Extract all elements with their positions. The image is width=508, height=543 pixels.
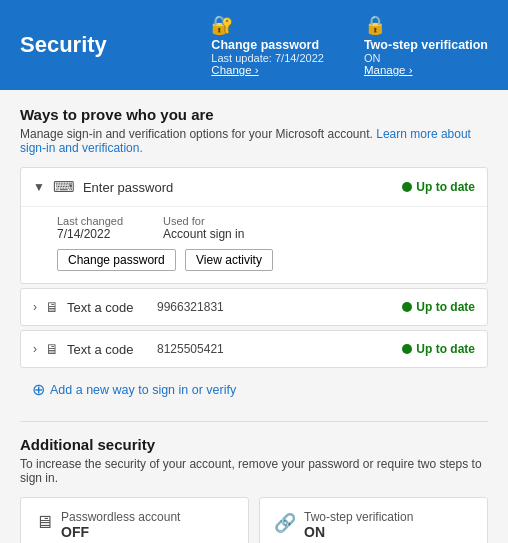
text-code-label-2: Text a code <box>67 342 157 357</box>
used-for-value: Account sign in <box>163 227 244 241</box>
password-details: Last changed 7/14/2022 Used for Account … <box>21 206 487 283</box>
two-step-card: 🔗 Two-step verification ON Turn off <box>259 497 488 543</box>
additional-section: Additional security To increase the secu… <box>20 436 488 543</box>
last-changed-value: 7/14/2022 <box>57 227 110 241</box>
security-header: Security 🔐 Change password Last update: … <box>0 0 508 90</box>
text-code-card-2: › 🖥 Text a code 8125505421 Up to date <box>20 330 488 368</box>
two-step-header-action: 🔒 Two-step verification ON Manage › <box>364 14 488 76</box>
two-step-link[interactable]: Manage › <box>364 64 413 76</box>
view-activity-button[interactable]: View activity <box>185 249 273 271</box>
two-step-sub: ON <box>364 52 381 64</box>
change-password-sub: Last update: 7/14/2022 <box>211 52 324 64</box>
passwordless-header: 🖥 Passwordless account OFF <box>35 510 234 540</box>
last-changed-label: Last changed <box>57 215 123 227</box>
passwordless-card: 🖥 Passwordless account OFF Turn on <box>20 497 249 543</box>
enter-password-label: Enter password <box>83 180 402 195</box>
two-step-card-value: ON <box>304 524 413 540</box>
monitor-icon-2: 🖥 <box>45 341 59 357</box>
change-password-header-action: 🔐 Change password Last update: 7/14/2022… <box>211 14 324 76</box>
enter-password-row[interactable]: ▼ ⌨ Enter password Up to date <box>21 168 487 206</box>
additional-desc: To increase the security of your account… <box>20 457 488 485</box>
password-buttons: Change password View activity <box>57 249 451 271</box>
status-dot-1 <box>402 302 412 312</box>
phone-number-1: 9966321831 <box>157 300 402 314</box>
two-step-card-header: 🔗 Two-step verification ON <box>274 510 473 540</box>
ways-desc: Manage sign-in and verification options … <box>20 127 488 155</box>
change-password-link[interactable]: Change › <box>211 64 258 76</box>
monitor-icon-1: 🖥 <box>45 299 59 315</box>
passwordless-info: Passwordless account OFF <box>61 510 180 540</box>
keyboard-icon: ⌨ <box>53 178 75 196</box>
password-chevron-icon: ▼ <box>33 180 45 194</box>
two-step-card-info: Two-step verification ON <box>304 510 413 540</box>
used-for-item: Used for Account sign in <box>163 215 244 241</box>
text-code-row-1[interactable]: › 🖥 Text a code 9966321831 Up to date <box>21 289 487 325</box>
text-code-row-2[interactable]: › 🖥 Text a code 8125505421 Up to date <box>21 331 487 367</box>
status-dot <box>402 182 412 192</box>
ways-section: Ways to prove who you are Manage sign-in… <box>20 106 488 407</box>
ways-title: Ways to prove who you are <box>20 106 488 123</box>
passwordless-icon: 🖥 <box>35 512 53 533</box>
security-cards-row: 🖥 Passwordless account OFF Turn on 🔗 Two… <box>20 497 488 543</box>
page-title: Security <box>20 32 171 58</box>
add-circle-icon: ⊕ <box>32 380 45 399</box>
text-code-status-1: Up to date <box>402 300 475 314</box>
text-code-chevron-1: › <box>33 300 37 314</box>
add-signin-link[interactable]: ⊕ Add a new way to sign in or verify <box>20 372 488 407</box>
text-code-label-1: Text a code <box>67 300 157 315</box>
used-for-label: Used for <box>163 215 244 227</box>
enter-password-card: ▼ ⌨ Enter password Up to date Last chang… <box>20 167 488 284</box>
add-signin-label: Add a new way to sign in or verify <box>50 383 236 397</box>
two-step-icon: 🔒 <box>364 14 386 36</box>
text-code-card-1: › 🖥 Text a code 9966321831 Up to date <box>20 288 488 326</box>
two-step-card-icon: 🔗 <box>274 512 296 534</box>
passwordless-value: OFF <box>61 524 180 540</box>
password-detail-row: Last changed 7/14/2022 Used for Account … <box>57 215 451 241</box>
phone-number-2: 8125505421 <box>157 342 402 356</box>
change-password-button[interactable]: Change password <box>57 249 176 271</box>
text-code-chevron-2: › <box>33 342 37 356</box>
two-step-card-title: Two-step verification <box>304 510 413 524</box>
two-step-label: Two-step verification <box>364 38 488 52</box>
last-changed-item: Last changed 7/14/2022 <box>57 215 123 241</box>
main-content: Ways to prove who you are Manage sign-in… <box>0 90 508 543</box>
change-password-icon: 🔐 <box>211 14 233 36</box>
text-code-status-2: Up to date <box>402 342 475 356</box>
additional-title: Additional security <box>20 436 488 453</box>
section-divider-1 <box>20 421 488 422</box>
passwordless-title: Passwordless account <box>61 510 180 524</box>
change-password-label: Change password <box>211 38 319 52</box>
password-status: Up to date <box>402 180 475 194</box>
status-dot-2 <box>402 344 412 354</box>
